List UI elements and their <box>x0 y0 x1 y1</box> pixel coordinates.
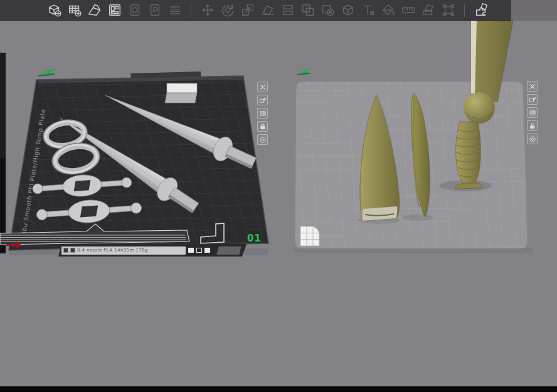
assembly-view-button[interactable] <box>472 2 489 19</box>
mesh-edit-button <box>339 2 356 19</box>
plate-2-plate-settings-button[interactable] <box>527 134 538 144</box>
plate-index-chip-icon <box>63 248 68 253</box>
plate-1-orient-plate-button[interactable] <box>257 95 268 105</box>
plate-1-lock-plate-button[interactable] <box>257 121 268 132</box>
color-paint-button <box>379 2 396 19</box>
plate-2-corner-marker <box>300 226 319 246</box>
plate-2-rename-plate-button[interactable] <box>527 107 538 118</box>
seam-paint-button <box>440 2 457 19</box>
copy-button <box>126 2 143 19</box>
rotate-button <box>219 2 236 19</box>
auto-orient-button[interactable] <box>86 2 103 19</box>
plate-2-orient-plate-button[interactable] <box>527 94 538 105</box>
plate-1-name-tag-bar: 0.4 nozzle PLA 14h35m 176g <box>61 246 186 255</box>
toolbar-endcap <box>511 0 557 21</box>
plate-1-number-label: 01 <box>247 233 262 244</box>
arrange-button[interactable] <box>106 2 123 19</box>
scale-button <box>239 2 256 19</box>
paste-button <box>146 2 163 19</box>
plate-2-delete-plate-button[interactable] <box>527 81 538 92</box>
move-button <box>199 2 216 19</box>
cut-tool-button <box>420 2 437 19</box>
object-list-button <box>166 2 183 19</box>
plate-2-lock-plate-button[interactable] <box>527 120 538 131</box>
export-icon[interactable] <box>204 248 210 253</box>
mesh-boolean-button <box>319 2 336 19</box>
lay-on-face-button <box>259 2 276 19</box>
add-plate-button[interactable] <box>66 2 83 19</box>
viewport-3d[interactable]: Bambu Smooth PEI Plate/High Temp Plate <box>0 0 557 392</box>
toolbar-separator <box>464 4 465 17</box>
measure-button <box>400 2 416 19</box>
preview-icon[interactable] <box>196 248 202 253</box>
slicer-window: Bambu Smooth PEI Plate/High Temp Plate <box>0 0 557 392</box>
plate-1-controls <box>257 82 268 145</box>
plate-1-name-tag-text: 0.4 nozzle PLA 14h35m 176g <box>77 248 148 253</box>
printer-icon[interactable] <box>188 248 194 253</box>
plate-2-controls <box>527 81 538 144</box>
name-tag-endcap <box>216 246 241 255</box>
sword-pommel[interactable] <box>464 92 495 124</box>
small-box[interactable] <box>165 83 197 103</box>
text-tool-button <box>359 2 376 19</box>
shell-2-shadow <box>402 215 433 221</box>
main-toolbar <box>0 0 511 21</box>
toolbar-separator <box>191 4 191 17</box>
bottom-strip <box>0 386 557 392</box>
add-object-button[interactable] <box>46 2 63 19</box>
printer-chip-icon <box>70 248 75 253</box>
split-to-parts-button <box>299 2 316 19</box>
plate-1-delete-plate-button[interactable] <box>257 82 268 92</box>
plate-1-plate-settings-button[interactable] <box>257 134 268 145</box>
plate-1-name-tag[interactable]: 0.4 nozzle PLA 14h35m 176g <box>58 244 247 257</box>
split-to-objects-button <box>279 2 296 19</box>
plate-1-rename-plate-button[interactable] <box>257 108 268 119</box>
